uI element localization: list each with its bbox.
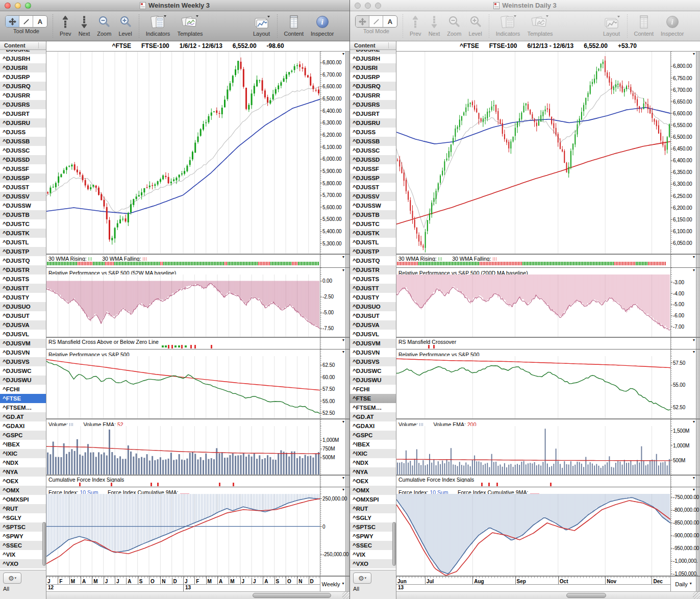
sidebar-item[interactable]: ^DJUSRU (0, 118, 46, 128)
pane-disclosure-icon[interactable]: ▾ (342, 419, 344, 425)
zoom-level-button[interactable]: Level (118, 14, 132, 37)
sidebar-item[interactable]: ^SPTSC (350, 522, 396, 532)
vertical-scrollbar[interactable] (696, 487, 700, 494)
vertical-scrollbar[interactable] (345, 268, 349, 274)
sidebar-item[interactable]: ^DJUSWC (0, 366, 46, 376)
sidebar-item[interactable]: ^NYA (0, 467, 46, 477)
rs-axis[interactable]: 0.00-2.50-5.00-7.50 (320, 274, 345, 337)
sidebar-item[interactable]: ^IXIC (350, 449, 396, 458)
sidebar-item[interactable]: ^DJUSS (0, 128, 46, 137)
tool-mode-text-button[interactable]: A (33, 16, 47, 27)
symbol-list[interactable]: ^DJUSRE^DJUSRH^DJUSRI^DJUSRP^DJUSRQ^DJUS… (350, 50, 396, 570)
sidebar-item[interactable]: ^DJUSS (350, 128, 396, 137)
sidebar-item[interactable]: ^DJUSVL (0, 330, 46, 339)
zoom-window-button[interactable] (375, 3, 381, 9)
sidebar-item[interactable]: ^OMX (350, 486, 396, 495)
sidebar-item[interactable]: ^DJUSRE (350, 50, 396, 54)
sidebar-item[interactable]: ^FTSEM… (0, 403, 46, 412)
sidebar-item[interactable]: ^DJUSRS (350, 100, 396, 109)
vertical-scrollbar[interactable] (696, 268, 700, 274)
sidebar-item[interactable]: ^DJUSVM (350, 339, 396, 348)
indicators-button[interactable]: Indicators (496, 14, 520, 37)
sidebar-item[interactable]: ^DJUSSW (350, 201, 396, 210)
horizontal-scroll-thumb[interactable] (566, 593, 606, 598)
sidebar-item[interactable]: ^DJUSRI (0, 63, 46, 72)
tool-mode-move-button[interactable] (6, 16, 19, 27)
sidebar-item[interactable]: ^DJUSUO (0, 302, 46, 311)
sidebar-item[interactable]: ^DJUSWU (0, 376, 46, 385)
sidebar-item[interactable]: ^DJUSTC (350, 219, 396, 229)
sidebar-item[interactable]: ^GD.AT (350, 412, 396, 421)
pane-disclosure-icon[interactable]: ▾ (693, 476, 695, 481)
vertical-scrollbar[interactable] (345, 487, 349, 494)
vertical-scrollbar[interactable] (345, 356, 349, 418)
sidebar-item[interactable]: ^DJUSSF (0, 164, 46, 173)
sidebar-item[interactable]: ^DJUSTK (0, 229, 46, 238)
sidebar-item[interactable]: ^DJUSRI (350, 63, 396, 72)
sidebar-item[interactable]: ^VIX (350, 550, 396, 559)
sidebar-item[interactable]: ^RUT (350, 504, 396, 513)
sidebar-item[interactable]: ^DJUSSB (0, 137, 46, 146)
sidebar-item[interactable]: ^DJUSTY (350, 293, 396, 302)
layout-button[interactable]: Layout (253, 14, 270, 37)
tool-mode-line-button[interactable] (19, 16, 33, 27)
sidebar-item[interactable]: ^OMXSPI (0, 495, 46, 504)
pane-disclosure-icon[interactable]: ▾ (693, 268, 695, 273)
vertical-scrollbar[interactable] (345, 494, 349, 576)
resize-grip[interactable] (693, 592, 700, 599)
pane-disclosure-icon[interactable]: ▾ (693, 487, 695, 492)
volume-pane[interactable]: 1,000M750M500M (46, 426, 349, 475)
volume-pane[interactable]: 1,500M1,000M500M (396, 426, 700, 475)
pane-disclosure-icon[interactable]: ▾ (342, 52, 344, 57)
inspector-button[interactable]: i Inspector (661, 14, 684, 37)
pane-disclosure-icon[interactable]: ▾ (693, 255, 695, 260)
sidebar-item[interactable]: ^OMX (0, 486, 46, 495)
sidebar-item[interactable]: ^DJUSVS (0, 357, 46, 366)
volume-axis[interactable]: 1,500M1,000M500M (670, 426, 696, 475)
sidebar-item[interactable]: ^DJUSTL (350, 238, 396, 247)
pane-disclosure-icon[interactable]: ▾ (342, 350, 344, 355)
close-button[interactable] (355, 3, 361, 9)
sidebar-item[interactable]: ^DJUSWC (350, 366, 396, 376)
sidebar-item[interactable]: ^DJUSSV (0, 192, 46, 201)
sidebar-item[interactable]: ^GSPC (350, 431, 396, 440)
rp-axis[interactable]: 57.5055.0052.50 (670, 356, 696, 418)
sidebar-item[interactable]: ^DJUSTP (0, 247, 46, 256)
sidebar-item[interactable]: ^DJUSSD (350, 155, 396, 164)
sidebar-item[interactable]: ^SGLY (0, 513, 46, 522)
sidebar-item[interactable]: ^DJUSRS (0, 100, 46, 109)
vertical-scrollbar[interactable] (345, 476, 349, 487)
sidebar-item[interactable]: ^NYA (350, 467, 396, 477)
sidebar-header[interactable]: Content (350, 41, 396, 50)
pane-disclosure-icon[interactable]: ▾ (342, 487, 344, 492)
sidebar-item[interactable]: ^DJUSTS (0, 274, 46, 284)
sidebar-item[interactable]: ^NDX (350, 458, 396, 467)
tool-mode-move-button[interactable] (356, 16, 369, 27)
sidebar-item[interactable]: ^DJUSVA (0, 320, 46, 330)
sidebar-item[interactable]: ^GD.AT (0, 412, 46, 421)
pane-disclosure-icon[interactable]: ▾ (693, 419, 695, 425)
sidebar-item[interactable]: ^SSEC (350, 541, 396, 550)
fi-pane[interactable]: 250,000.000-250,000.00 (46, 494, 349, 576)
prev-button[interactable]: Prev (410, 14, 421, 37)
pane-disclosure-icon[interactable]: ▾ (342, 268, 344, 273)
inspector-button[interactable]: i Inspector (311, 14, 334, 37)
pane-disclosure-icon[interactable]: ▾ (693, 338, 695, 343)
vertical-scrollbar[interactable] (345, 52, 349, 254)
sidebar-scroll-thumb[interactable] (42, 522, 46, 566)
templates-button[interactable]: Templates (527, 14, 553, 37)
zoom-level-button[interactable]: Level (468, 14, 482, 37)
sidebar-item[interactable]: ^DJUSRP (0, 72, 46, 82)
tool-mode-line-button[interactable] (369, 16, 383, 27)
sidebar-item[interactable]: ^OEX (350, 477, 396, 486)
vertical-scrollbar[interactable] (696, 577, 700, 591)
sidebar-item[interactable]: ^DJUSRQ (0, 82, 46, 91)
rp-pane[interactable]: 62.5060.0057.5055.0052.50 (46, 356, 349, 419)
volume-axis[interactable]: 1,000M750M500M (320, 426, 345, 475)
sidebar-item[interactable]: ^DJUSTL (0, 238, 46, 247)
vertical-scrollbar[interactable] (696, 52, 700, 254)
zoom-window-button[interactable] (25, 3, 31, 9)
sidebar-item[interactable]: ^FCHI (350, 385, 396, 394)
pane-disclosure-icon[interactable]: ▾ (693, 52, 695, 57)
pane-disclosure-icon[interactable]: ▾ (342, 338, 344, 343)
